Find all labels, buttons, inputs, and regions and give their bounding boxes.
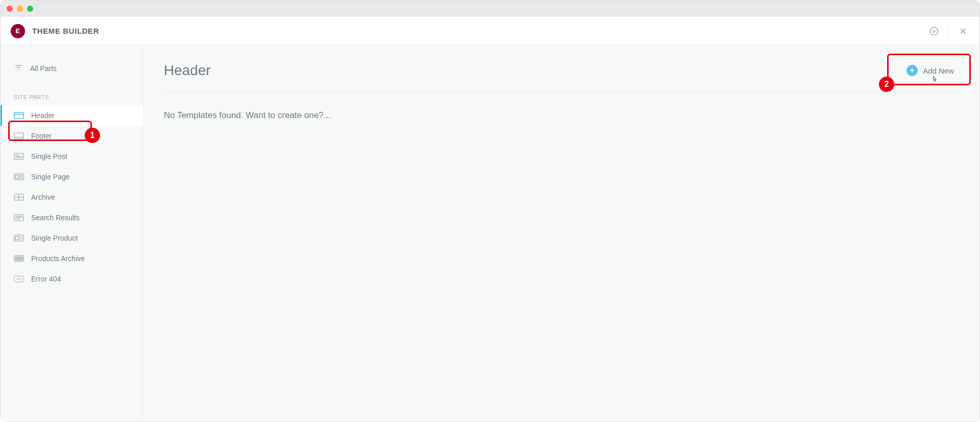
sidebar-all-parts-label: All Parts [30,64,57,73]
svg-rect-22 [15,237,19,240]
sidebar-item-error-404[interactable]: 404 Error 404 [1,269,143,289]
maximize-window-dot[interactable] [27,6,33,12]
svg-rect-28 [20,257,22,259]
sidebar-item-search-results[interactable]: Search Results [1,207,143,228]
header-layout-icon [14,111,24,120]
svg-text:404: 404 [17,278,21,281]
svg-rect-1 [14,112,23,119]
minimize-window-dot[interactable] [17,6,23,12]
sidebar-item-label: Search Results [31,214,80,222]
archive-icon [14,193,24,201]
app-window: E THEME BUILDER [0,0,980,422]
sidebar: All Parts SITE PARTS Header [1,45,143,421]
sidebar-item-label: Footer [31,132,52,140]
empty-state-message: No Templates found. Want to create one?.… [164,110,959,121]
svg-rect-10 [15,175,18,179]
svg-rect-31 [20,259,22,261]
svg-rect-27 [18,257,19,259]
sidebar-item-label: Single Product [31,234,78,242]
page-title: Header [164,62,211,79]
post-icon [14,152,24,160]
svg-rect-3 [14,133,23,139]
add-new-button[interactable]: Add New [901,62,959,79]
sidebar-item-label: Single Page [31,173,70,181]
download-icon[interactable] [928,25,940,37]
sidebar-item-single-product[interactable]: Single Product [1,228,143,248]
main-content: Header Add New [143,45,979,421]
svg-rect-30 [18,259,19,261]
sidebar-item-label: Header [31,111,55,120]
app-header: E THEME BUILDER [1,17,979,45]
sidebar-item-single-page[interactable]: Single Page [1,167,143,187]
elementor-logo-icon: E [11,24,25,38]
sidebar-item-header[interactable]: Header [1,105,143,126]
main-header: Header Add New [164,62,959,92]
footer-layout-icon [14,132,24,140]
sidebar-all-parts[interactable]: All Parts [1,58,143,79]
svg-rect-26 [15,257,17,259]
header-divider [948,26,949,36]
products-archive-icon [14,254,24,263]
sidebar-item-label: Products Archive [31,254,85,263]
sidebar-item-label: Error 404 [31,275,61,283]
product-icon [14,234,24,242]
close-window-dot[interactable] [7,6,13,12]
filter-icon [14,63,23,74]
search-results-icon [14,214,24,222]
page-icon [14,173,24,181]
sidebar-item-footer[interactable]: Footer [1,126,143,146]
sidebar-item-label: Archive [31,193,55,201]
error-404-icon: 404 [14,275,24,283]
app-body: All Parts SITE PARTS Header [1,45,979,421]
sidebar-item-products-archive[interactable]: Products Archive [1,248,143,269]
sidebar-item-label: Single Post [31,152,67,160]
close-icon[interactable] [957,25,969,37]
app-header-actions [928,25,969,37]
plus-icon [906,65,918,76]
svg-rect-25 [14,255,23,262]
sidebar-item-archive[interactable]: Archive [1,187,143,207]
sidebar-section-label: SITE PARTS [1,79,143,105]
cursor-pointer-icon [930,74,939,85]
mac-titlebar [1,1,979,17]
add-new-label: Add New [923,66,954,75]
sidebar-item-single-post[interactable]: Single Post [1,146,143,167]
app-title: THEME BUILDER [32,27,99,35]
app-shell: E THEME BUILDER [1,17,979,421]
svg-rect-29 [15,259,17,261]
